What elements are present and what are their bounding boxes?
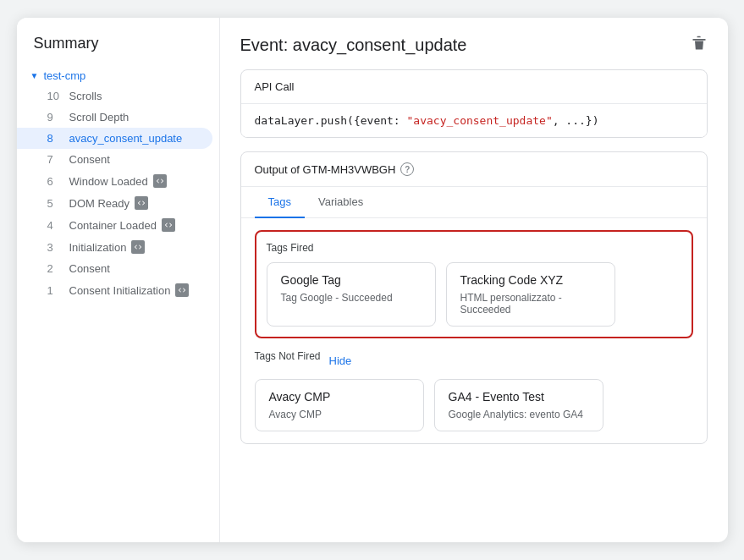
item-number: 6: [47, 175, 64, 188]
main-header: Event: avacy_consent_update: [240, 35, 708, 56]
item-label: Consent: [69, 262, 110, 275]
item-number: 2: [47, 262, 64, 275]
item-number: 9: [47, 111, 64, 124]
sidebar-item-consent[interactable]: 7 Consent: [17, 149, 212, 170]
item-number: 7: [47, 153, 64, 166]
api-call-label: API Call: [241, 70, 707, 104]
item-label: Initialization: [69, 241, 127, 254]
tag-status: Google Analytics: evento GA4: [449, 409, 589, 420]
tags-not-fired-label: Tags Not Fired: [255, 350, 321, 362]
sidebar-section[interactable]: ▼ test-cmp: [17, 66, 219, 85]
output-card: Output of GTM-MH3VWBGH ? TagsVariables T…: [240, 151, 708, 444]
code-icon: [175, 283, 189, 297]
tag-name: Avacy CMP: [269, 390, 410, 404]
sidebar-item-initialization[interactable]: 3 Initialization: [17, 236, 212, 258]
main-content: Event: avacy_consent_update API Call dat…: [220, 18, 728, 542]
sidebar-item-consent[interactable]: 2 Consent: [17, 258, 212, 279]
sidebar-item-window-loaded[interactable]: 6 Window Loaded: [17, 170, 212, 192]
tag-card-fired[interactable]: Tracking Code XYZ HTML personalizzato - …: [446, 262, 615, 327]
item-label: Window Loaded: [69, 175, 148, 188]
tags-not-fired-section: Tags Not Fired Hide Avacy CMP Avacy CMPG…: [255, 350, 693, 431]
tags-fired-row: Google Tag Tag Google - SucceededTrackin…: [267, 262, 681, 327]
item-number: 4: [47, 219, 64, 232]
item-number: 3: [47, 241, 64, 254]
output-label: Output of GTM-MH3VWBGH: [255, 163, 396, 176]
tag-card-fired[interactable]: Google Tag Tag Google - Succeeded: [267, 262, 436, 327]
tag-name: Tracking Code XYZ: [460, 273, 601, 287]
item-label: avacy_consent_update: [69, 132, 183, 145]
tag-card-not-fired[interactable]: GA4 - Evento Test Google Analytics: even…: [434, 379, 603, 431]
tag-name: Google Tag: [281, 273, 422, 287]
tags-not-fired-row: Avacy CMP Avacy CMPGA4 - Evento Test Goo…: [255, 379, 693, 431]
sidebar-item-container-loaded[interactable]: 4 Container Loaded: [17, 214, 212, 236]
code-string: "avacy_consent_update": [407, 114, 553, 127]
tab-tags[interactable]: Tags: [255, 187, 305, 218]
summary-label: Summary: [17, 35, 219, 66]
tag-name: GA4 - Evento Test: [449, 390, 589, 404]
tab-variables[interactable]: Variables: [305, 187, 377, 218]
tags-fired-box: Tags Fired Google Tag Tag Google - Succe…: [255, 230, 693, 338]
event-title: Event: avacy_consent_update: [240, 36, 467, 55]
item-number: 10: [47, 90, 64, 102]
tags-section: Tags Fired Google Tag Tag Google - Succe…: [241, 218, 707, 443]
sidebar-item-avacy_consent_update[interactable]: 8 avacy_consent_update: [17, 128, 212, 149]
help-icon[interactable]: ?: [400, 162, 414, 176]
sidebar-item-consent-initialization[interactable]: 1 Consent Initialization: [17, 279, 212, 301]
tags-not-fired-header: Tags Not Fired Hide: [255, 350, 693, 371]
output-header: Output of GTM-MH3VWBGH ?: [241, 152, 707, 187]
tabs-bar: TagsVariables: [241, 187, 707, 218]
code-block: dataLayer.push({event: "avacy_consent_up…: [241, 104, 707, 137]
code-icon: [153, 174, 167, 188]
section-name: test-cmp: [43, 69, 85, 82]
tags-fired-label: Tags Fired: [267, 242, 681, 254]
tag-status: HTML personalizzato - Succeeded: [460, 292, 601, 316]
item-label: Consent: [69, 153, 110, 166]
sidebar: Summary ▼ test-cmp 10 Scrolls 9 Scroll D…: [17, 18, 220, 542]
item-label: Consent Initialization: [69, 284, 171, 297]
item-label: Container Loaded: [69, 219, 157, 232]
code-icon: [135, 196, 148, 210]
code-icon: [162, 218, 175, 232]
item-label: Scrolls: [69, 90, 102, 102]
item-label: DOM Ready: [69, 197, 130, 210]
code-icon: [131, 240, 145, 254]
sidebar-item-scroll-depth[interactable]: 9 Scroll Depth: [17, 107, 212, 128]
code-suffix: , ...}): [553, 114, 599, 127]
api-call-card: API Call dataLayer.push({event: "avacy_c…: [240, 69, 708, 138]
code-prefix: dataLayer.push({event:: [255, 114, 407, 127]
item-number: 1: [47, 284, 64, 297]
tag-status: Tag Google - Succeeded: [281, 292, 422, 304]
hide-link[interactable]: Hide: [329, 354, 352, 367]
expand-arrow-icon: ▼: [30, 71, 39, 80]
tag-card-not-fired[interactable]: Avacy CMP Avacy CMP: [255, 379, 424, 431]
sidebar-item-dom-ready[interactable]: 5 DOM Ready: [17, 192, 212, 214]
item-label: Scroll Depth: [69, 111, 130, 124]
sidebar-item-scrolls[interactable]: 10 Scrolls: [17, 85, 212, 107]
item-number: 5: [47, 197, 64, 210]
item-number: 8: [47, 132, 64, 145]
delete-icon[interactable]: [691, 35, 708, 56]
tag-status: Avacy CMP: [269, 409, 410, 420]
